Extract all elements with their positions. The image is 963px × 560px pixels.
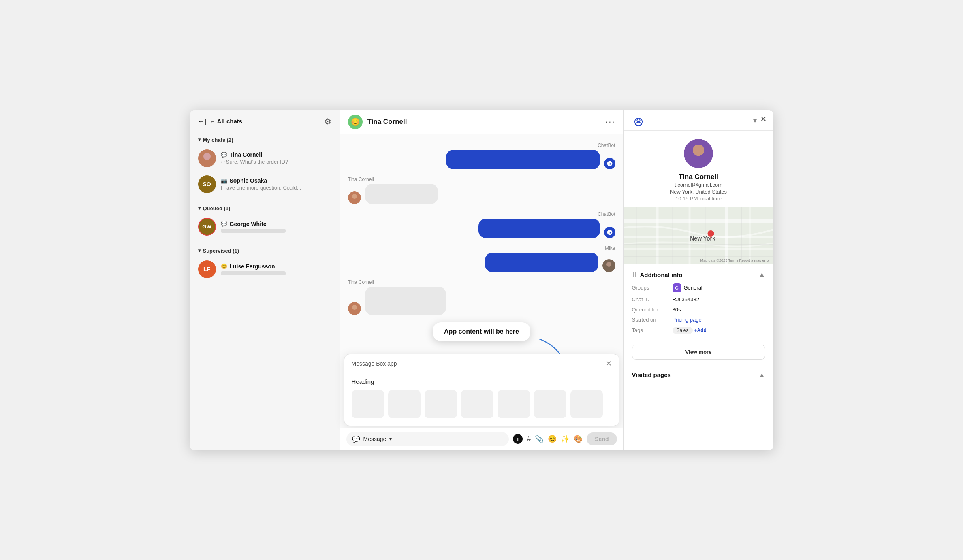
- queued-section[interactable]: ▾ Queued (1): [190, 201, 340, 214]
- visited-pages-collapse[interactable]: ▲: [759, 371, 765, 379]
- svg-point-0: [203, 153, 211, 160]
- tina-msg-avatar-1: [348, 191, 361, 204]
- send-button[interactable]: Send: [587, 432, 617, 445]
- message-group-3: ChatBot: [348, 211, 615, 238]
- tina-msg-avatar-2: [348, 302, 361, 315]
- tag-sales[interactable]: Sales: [673, 327, 693, 334]
- app-tooltip: App content will be here: [433, 322, 530, 341]
- emoji-icon[interactable]: 😊: [548, 434, 557, 443]
- groups-value: General: [684, 285, 702, 291]
- message-type-selector[interactable]: 💬 Message ▾: [346, 432, 509, 446]
- profile-name: Tina Cornell: [679, 173, 718, 181]
- thumb-1: [352, 390, 384, 418]
- attach-icon[interactable]: 📎: [535, 434, 544, 443]
- message-label: Message: [363, 436, 386, 442]
- profile-email: t.cornell@gmail.com: [675, 182, 722, 188]
- supervised-chevron-icon: ▾: [198, 248, 201, 253]
- svg-point-15: [637, 119, 640, 121]
- tina-name: Tina Cornell: [230, 151, 263, 158]
- chatbot-bubble-2: [478, 219, 600, 238]
- visited-pages-section: Visited pages ▲: [624, 366, 773, 383]
- message-icon: 💬: [352, 435, 360, 443]
- message-group-5: Tina Cornell: [348, 279, 615, 315]
- sophie-name: Sophie Osaka: [230, 177, 267, 184]
- george-name: George White: [230, 221, 267, 227]
- chatid-label: Chat ID: [632, 296, 673, 302]
- info-icon[interactable]: i: [513, 434, 523, 444]
- started-link[interactable]: Pricing page: [673, 317, 702, 323]
- modal-header: Message Box app ✕: [344, 354, 619, 373]
- modal-body: Heading: [344, 373, 619, 426]
- my-chats-title: My chats (2): [203, 137, 233, 143]
- svg-rect-36: [624, 244, 773, 245]
- message-row-1: [348, 150, 615, 169]
- tina-label-1: Tina Cornell: [348, 177, 615, 182]
- luise-avatar: LF: [198, 260, 216, 278]
- svg-rect-32: [672, 207, 673, 264]
- svg-rect-35: [624, 228, 773, 228]
- thumb-5: [498, 390, 530, 418]
- chat-messages: ChatBot Tina Cornell: [340, 134, 623, 354]
- color-icon[interactable]: 🎨: [574, 434, 583, 443]
- profile-location: New York, United States: [670, 189, 727, 195]
- message-group-1: ChatBot: [348, 143, 615, 169]
- modal-close-button[interactable]: ✕: [606, 359, 612, 368]
- more-options-button[interactable]: ···: [605, 117, 615, 127]
- chatbot-label-1: ChatBot: [348, 143, 615, 148]
- additional-info-header: ⠿ Additional info ▲: [632, 271, 765, 279]
- additional-info-title-row: ⠿ Additional info: [632, 271, 683, 279]
- additional-info-collapse[interactable]: ▲: [759, 271, 765, 278]
- thumb-3: [425, 390, 457, 418]
- my-chats-section[interactable]: ▾ My chats (2): [190, 133, 340, 145]
- chatbot-avatar-2: [604, 227, 615, 238]
- tab-person[interactable]: [630, 114, 647, 130]
- queued-value: 30s: [673, 307, 681, 313]
- message-group-2: Tina Cornell: [348, 177, 615, 204]
- add-tag-button[interactable]: +Add: [694, 328, 707, 333]
- chatbot-avatar-1: [604, 158, 615, 169]
- sidebar-item-tina[interactable]: 💬 Tina Cornell ↩ Sure. What's the order …: [190, 145, 340, 171]
- queued-title: Queued (1): [203, 205, 231, 211]
- chatbot-label-2: ChatBot: [348, 211, 615, 217]
- panel-close-button[interactable]: ✕: [760, 114, 767, 124]
- luise-preview-bar: [221, 271, 286, 275]
- queued-chevron-icon: ▾: [198, 205, 201, 211]
- sidebar-item-george[interactable]: GW 💬 George White: [190, 214, 340, 240]
- dropdown-icon: ▾: [389, 436, 392, 442]
- tina-channel-icon: 💬: [221, 152, 227, 158]
- panel-chevron-down[interactable]: ▾: [753, 116, 757, 125]
- started-label: Started on: [632, 317, 673, 323]
- tina-avatar: [198, 149, 216, 167]
- tina-chat-info: 💬 Tina Cornell ↩ Sure. What's the order …: [221, 151, 331, 165]
- svg-rect-34: [741, 207, 742, 264]
- mike-bubble-1: [485, 253, 598, 272]
- map-background: New York Map data ©2023 Terms Report a m…: [624, 207, 773, 264]
- message-row-4: [348, 253, 615, 272]
- back-button[interactable]: ←| ← All chats: [198, 118, 243, 125]
- filter-icon[interactable]: ⚙: [324, 117, 331, 126]
- sidebar-item-luise[interactable]: LF 😊 Luise Fergusson: [190, 256, 340, 282]
- tina-label-2: Tina Cornell: [348, 279, 615, 285]
- tags-label: Tags: [632, 327, 673, 333]
- svg-point-6: [606, 262, 611, 267]
- app-tooltip-container: App content will be here: [348, 322, 615, 341]
- map-attribution: Map data ©2023 Terms Report a map error: [700, 258, 770, 262]
- group-badge: G: [673, 283, 681, 292]
- tina-bubble-2: [365, 287, 446, 315]
- visited-pages-header: Visited pages ▲: [632, 371, 765, 379]
- sophie-avatar: SO: [198, 175, 216, 193]
- message-box-modal: Message Box app ✕ Heading: [344, 354, 619, 426]
- svg-rect-31: [636, 207, 636, 264]
- sidebar-item-sophie[interactable]: SO 📷 Sophie Osaka I have one more questi…: [190, 171, 340, 197]
- svg-rect-27: [725, 207, 728, 264]
- info-row-tags: Tags Sales +Add: [632, 327, 765, 334]
- profile-section: Tina Cornell t.cornell@gmail.com New Yor…: [624, 131, 773, 202]
- groups-label: Groups: [632, 285, 673, 291]
- magic-icon[interactable]: ✨: [561, 434, 570, 443]
- message-group-4: Mike: [348, 245, 615, 272]
- tooltip-text: App content will be here: [444, 328, 519, 335]
- hashtag-icon[interactable]: #: [527, 435, 531, 443]
- supervised-section[interactable]: ▾ Supervised (1): [190, 244, 340, 256]
- additional-info-section: ⠿ Additional info ▲ Groups G General Cha…: [624, 264, 773, 345]
- view-more-button[interactable]: View more: [632, 345, 765, 360]
